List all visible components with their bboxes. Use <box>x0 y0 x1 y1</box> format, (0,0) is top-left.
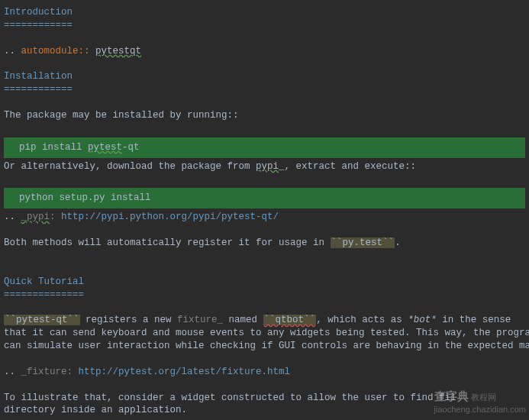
directive-target: pytestqt <box>95 46 141 57</box>
section-underline: ============ <box>4 20 73 31</box>
pypi-link-def: .. _pypi: http://pypi.python.org/pypi/py… <box>4 211 525 224</box>
watermark: 查字典 教程网 jiaocheng.chazidian.com <box>434 389 526 415</box>
code-block-pip-install: pip install pytest-qt <box>4 137 525 158</box>
tutorial-para-line2: that it can send keyboard and mouse even… <box>4 327 525 340</box>
pypi-link-ref: pypi <box>256 161 279 172</box>
tutorial-para-line3: can simulate user interaction while chec… <box>4 340 525 353</box>
pytestqt-literal: ``pytest-qt`` <box>4 315 80 325</box>
code-block-setup-install: python setup.py install <box>4 188 525 208</box>
section-underline: ============== <box>4 289 84 300</box>
section-title-introduction: Introduction <box>4 7 73 18</box>
pypi-url: http://pypi.python.org/pypi/pytest-qt/ <box>61 212 279 222</box>
section-title-tutorial: Quick Tutorial <box>4 276 84 287</box>
section-underline: ============ <box>4 84 73 95</box>
section-title-installation: Installation <box>4 71 73 82</box>
tutorial-para-line1: ``pytest-qt`` registers a new fixture_ n… <box>4 314 525 327</box>
automodule-directive: .. automodule:: pytestqt <box>4 45 525 58</box>
fixture-link-def: .. _fixture: http://pytest.org/latest/fi… <box>4 366 525 379</box>
qtbot-literal: ``qtbot`` <box>263 315 317 325</box>
fixture-url: http://pytest.org/latest/fixture.html <box>79 367 291 377</box>
directive-keyword: automodule:: <box>21 46 90 57</box>
fixture-ref: fixture <box>177 315 218 325</box>
alternative-text: Or alternatively, download the package f… <box>4 160 525 173</box>
both-methods-text: Both methods will automatically register… <box>4 237 525 250</box>
bot-emphasis: *bot* <box>408 315 437 325</box>
install-text: The package may be installed by running:… <box>4 109 525 122</box>
pytest-literal: ``py.test`` <box>331 237 395 248</box>
